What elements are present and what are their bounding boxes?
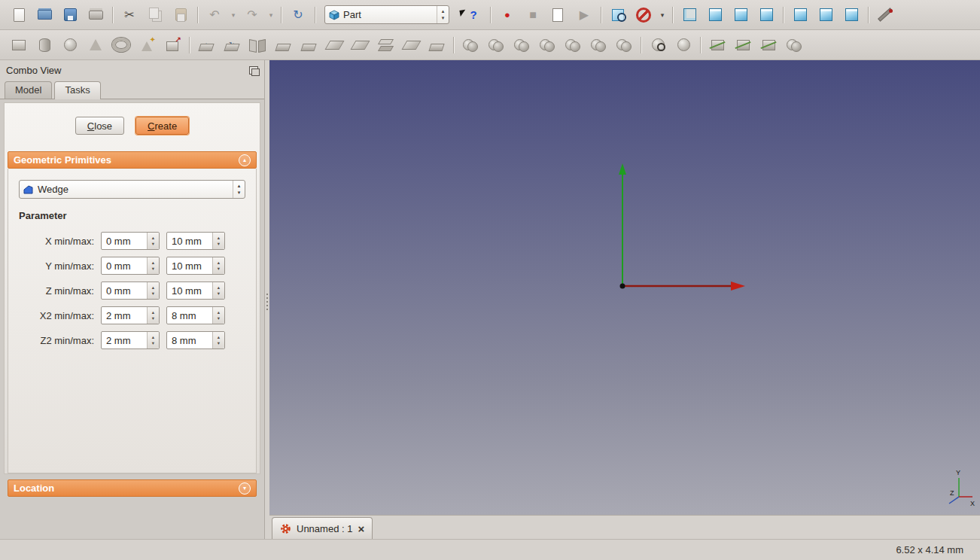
float-panel-icon[interactable] (249, 66, 258, 75)
spin-up-button[interactable]: ▴ (218, 260, 220, 266)
min-spinbox[interactable]: 2 mm ▴▾ (101, 306, 160, 324)
min-spinbox[interactable]: 0 mm ▴▾ (101, 257, 160, 275)
spin-up-button[interactable]: ▴ (218, 309, 220, 315)
view-front-button[interactable] (702, 4, 728, 26)
part-union-button[interactable] (509, 34, 534, 56)
part-sweep-button[interactable] (398, 34, 424, 56)
spinner-buttons[interactable]: ▴▾ (147, 257, 159, 274)
spinner-buttons[interactable]: ▴▾ (212, 257, 224, 274)
splitter-grip[interactable] (266, 294, 268, 310)
part-intersection-button[interactable] (534, 34, 560, 56)
part-cylinder-button[interactable] (32, 34, 57, 56)
part-box-button[interactable] (6, 34, 32, 56)
min-spinbox[interactable]: 2 mm ▴▾ (101, 331, 160, 349)
spin-down-button[interactable]: ▾ (152, 315, 154, 321)
spinner-buttons[interactable]: ▴▾ (147, 307, 159, 324)
new-document-button[interactable] (6, 4, 32, 26)
part-cross-sections-button[interactable] (705, 34, 730, 56)
spin-up-button[interactable]: ▴ (218, 235, 220, 241)
expand-section-icon[interactable]: ▾ (239, 482, 251, 495)
part-check-geometry-button[interactable] (645, 34, 671, 56)
spinner-buttons[interactable]: ▴▾ (147, 282, 159, 299)
paste-button[interactable] (168, 4, 193, 26)
part-cone-button[interactable] (83, 34, 108, 56)
spin-down-button[interactable]: ▾ (218, 315, 220, 321)
macro-edit-button[interactable]: ✎ (546, 4, 571, 26)
view-right-button[interactable] (753, 4, 779, 26)
max-spinbox[interactable]: 10 mm ▴▾ (166, 232, 225, 250)
workbench-selector-arrows[interactable]: ▴▾ (437, 6, 449, 23)
view-bottom-button[interactable] (813, 4, 838, 26)
tab-model[interactable]: Model (5, 81, 52, 99)
spin-up-button[interactable]: ▴ (152, 309, 154, 315)
part-chamfer-button[interactable] (296, 34, 321, 56)
refresh-button[interactable]: ↻ (285, 4, 311, 26)
create-button[interactable]: Create (135, 117, 189, 135)
part-join-embed-button[interactable] (586, 34, 611, 56)
macro-record-button[interactable]: ● (495, 4, 520, 26)
spin-down-button[interactable]: ▾ (152, 340, 154, 346)
close-button[interactable]: Close (75, 117, 124, 135)
close-tab-icon[interactable]: × (358, 523, 364, 534)
cut-button[interactable]: ✂ (117, 4, 142, 26)
macro-play-button[interactable]: ▶ (571, 4, 597, 26)
open-document-button[interactable] (32, 4, 57, 26)
location-header[interactable]: Location ▾ (8, 479, 257, 497)
draw-style-button[interactable] (631, 4, 656, 26)
part-fillet-button[interactable] (270, 34, 296, 56)
part-slice-button[interactable] (756, 34, 781, 56)
part-boolean-xor-button[interactable] (781, 34, 807, 56)
whats-this-button[interactable]: ? (455, 4, 486, 26)
part-join-connect-button[interactable] (560, 34, 586, 56)
spin-up-button[interactable]: ▴ (218, 334, 220, 340)
save-button[interactable] (57, 4, 83, 26)
min-spinbox[interactable]: 0 mm ▴▾ (101, 282, 160, 300)
collapse-section-icon[interactable]: ▴ (239, 154, 251, 166)
spin-down-button[interactable]: ▾ (218, 340, 220, 346)
primitive-type-select[interactable]: Wedge ▴▾ (19, 180, 245, 199)
spinner-buttons[interactable]: ▴▾ (212, 282, 224, 299)
part-offset-button[interactable] (424, 34, 449, 56)
spin-up-button[interactable]: ▴ (218, 285, 220, 291)
max-spinbox[interactable]: 10 mm ▴▾ (166, 257, 225, 275)
spin-down-button[interactable]: ▾ (218, 291, 220, 297)
spin-down-button[interactable]: ▾ (218, 266, 220, 272)
geometric-primitives-header[interactable]: Geometric Primitives ▴ (8, 151, 257, 169)
print-button[interactable] (83, 4, 108, 26)
part-extrude-button[interactable]: ↑ (193, 34, 219, 56)
part-ruled-surface-button[interactable] (347, 34, 373, 56)
view-left-button[interactable] (838, 4, 864, 26)
max-spinbox[interactable]: 8 mm ▴▾ (166, 306, 225, 324)
undo-button[interactable]: ↶ (202, 4, 227, 26)
spin-up-button[interactable]: ▴ (152, 334, 154, 340)
spin-down-button[interactable]: ▾ (152, 241, 154, 247)
workbench-selector[interactable]: Part ▴▾ (324, 5, 449, 24)
undo-dropdown-arrow[interactable]: ▾ (227, 4, 239, 26)
draw-style-dropdown-arrow[interactable]: ▾ (656, 4, 668, 26)
part-slice-apart-button[interactable] (730, 34, 756, 56)
part-join-cutout-button[interactable] (611, 34, 637, 56)
fit-all-button[interactable] (605, 4, 631, 26)
min-spinbox[interactable]: 0 mm ▴▾ (101, 232, 160, 250)
spinner-buttons[interactable]: ▴▾ (212, 233, 224, 249)
spinner-buttons[interactable]: ▴▾ (212, 307, 224, 324)
part-mirror-button[interactable] (245, 34, 270, 56)
spin-up-button[interactable]: ▴ (152, 260, 154, 266)
spin-up-button[interactable]: ▴ (152, 235, 154, 241)
copy-button[interactable] (142, 4, 168, 26)
macro-stop-button[interactable]: ■ (520, 4, 546, 26)
spinner-buttons[interactable]: ▴▾ (212, 332, 224, 348)
spinner-buttons[interactable]: ▴▾ (147, 332, 159, 348)
part-primitives-button[interactable] (134, 34, 160, 56)
part-torus-button[interactable] (108, 34, 134, 56)
view-axonometric-button[interactable] (677, 4, 702, 26)
part-loft-button[interactable] (373, 34, 398, 56)
max-spinbox[interactable]: 8 mm ▴▾ (166, 331, 225, 349)
spin-up-button[interactable]: ▴ (152, 285, 154, 291)
part-make-face-button[interactable] (321, 34, 347, 56)
part-cut-button[interactable] (483, 34, 509, 56)
redo-dropdown-arrow[interactable]: ▾ (265, 4, 277, 26)
tab-tasks[interactable]: Tasks (54, 81, 100, 99)
part-shape-builder-button[interactable] (160, 34, 185, 56)
spin-down-button[interactable]: ▾ (218, 241, 220, 247)
